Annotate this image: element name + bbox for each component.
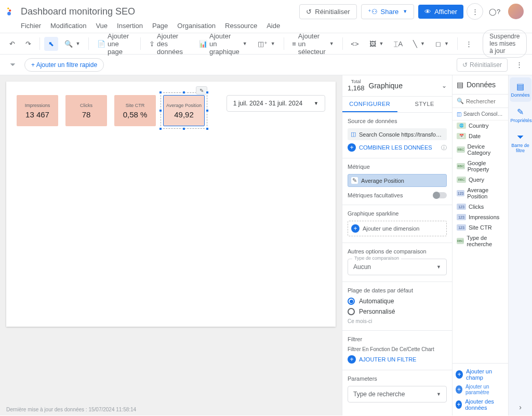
filter-more[interactable]: ⋮: [512, 58, 527, 72]
share-button[interactable]: ⁺⚇Share▼: [361, 4, 415, 19]
menu-resource[interactable]: Ressource: [225, 22, 257, 30]
menu-help[interactable]: Aide: [267, 22, 280, 30]
date-custom-radio[interactable]: Personnalisé: [348, 308, 447, 315]
date-range-control[interactable]: 1 juil. 2024 - 31 juil. 2024▼: [227, 95, 325, 112]
svg-point-0: [7, 8, 9, 9]
comparison-select[interactable]: Type de comparaison Aucun▼: [348, 259, 447, 275]
suspend-updates-button[interactable]: Suspendre les mises à jour: [483, 30, 527, 58]
svg-point-1: [9, 9, 11, 11]
menu-edit[interactable]: Modification: [50, 22, 86, 30]
optional-metrics-toggle[interactable]: [433, 192, 447, 198]
field-type-icon: RBC: [457, 163, 465, 169]
field-device-category[interactable]: RBCDevice Category: [453, 141, 508, 158]
menu-page[interactable]: Page: [152, 22, 168, 30]
field-google-property[interactable]: RBCGoogle Property: [453, 158, 508, 175]
rail-filterbar[interactable]: ⏷Barre de filtre: [510, 128, 531, 157]
field-search[interactable]: 🔍: [453, 95, 508, 108]
datasource-title: Source de données: [348, 118, 447, 124]
select-tool[interactable]: ⬉: [44, 37, 58, 51]
add-quick-filter[interactable]: + Ajouter un filtre rapide: [24, 58, 104, 72]
field-type-de-recherche[interactable]: RBCType de recherche: [453, 233, 508, 249]
parameter-select[interactable]: Type de recherche▼: [348, 386, 447, 402]
field-average-position[interactable]: 123Average Position: [453, 185, 508, 202]
scorecard-type-icon[interactable]: Total 1,168: [348, 79, 365, 92]
help-icon[interactable]: ◯?: [486, 3, 503, 20]
doc-title[interactable]: Dashboard monitoring SEO: [21, 6, 295, 17]
account-avatar[interactable]: [508, 4, 524, 19]
view-button[interactable]: 👁Afficher: [418, 5, 463, 19]
add-data-link[interactable]: +Ajouter des données: [456, 397, 505, 412]
add-field-link[interactable]: +Ajouter un champ: [456, 367, 505, 382]
properties-panel: Total 1,168 Graphique ⌄ CONFIGURER STYLE…: [342, 75, 452, 415]
scorecard-impressions[interactable]: Impressions 13 467: [17, 95, 58, 126]
field-impressions[interactable]: 123Impressions: [453, 212, 508, 222]
more-options-button[interactable]: ⋮: [467, 3, 483, 20]
field-site-ctr[interactable]: 123Site CTR: [453, 222, 508, 233]
undo-button[interactable]: ↶: [5, 37, 19, 51]
last-refresh-label: Dernière mise à jour des données : 15/07…: [6, 407, 136, 412]
zoom-tool[interactable]: 🔍▼: [60, 37, 85, 51]
scorecard-ctr[interactable]: Site CTR 0,58 %: [114, 95, 156, 126]
data-panel: ▤Données 🔍 ◫Search Console https:... 🌐Co…: [452, 75, 508, 415]
metric-chip[interactable]: ✎ Average Position: [348, 174, 447, 187]
optional-metrics-label: Métriques facultatives: [348, 192, 403, 198]
community-viz-button[interactable]: ◫⁺▼: [254, 37, 280, 51]
rail-expand[interactable]: ›: [519, 403, 522, 411]
rail-data[interactable]: ▤Données: [510, 77, 531, 102]
tab-style[interactable]: STYLE: [397, 97, 453, 112]
data-icon: ▤: [457, 80, 463, 89]
looker-logo: [4, 5, 17, 18]
field-type-icon: 123: [457, 190, 464, 196]
menu-insert[interactable]: Insertion: [117, 22, 143, 30]
redo-button[interactable]: ↷: [21, 37, 35, 51]
right-rail: ▤Données ✎Propriétés ⏷Barre de filtre ›: [508, 75, 532, 415]
menu-arrange[interactable]: Organisation: [177, 22, 216, 30]
reset-filters-button[interactable]: ↺Réinitialiser: [457, 58, 508, 72]
field-type-icon: 123: [457, 204, 466, 210]
field-type-icon: RBC: [457, 146, 465, 153]
menu-view[interactable]: Vue: [96, 22, 108, 30]
add-data-button[interactable]: ⇪ Ajouter des données: [145, 29, 193, 59]
add-param-link[interactable]: +Ajouter un paramètre: [456, 382, 505, 397]
sparkline-title: Graphique sparkline: [348, 210, 447, 217]
rail-properties[interactable]: ✎Propriétés: [510, 103, 531, 127]
image-button[interactable]: 🖼▼: [365, 37, 388, 51]
embed-button[interactable]: <>: [347, 37, 363, 51]
scorecard-clicks[interactable]: Clicks 78: [65, 95, 107, 126]
blend-data-link[interactable]: +COMBINER LES DONNÉESⓘ: [348, 143, 447, 152]
datasource-chip[interactable]: ◫ Search Console https://transfonumeriqu…: [348, 128, 447, 140]
shape-button[interactable]: ◻▼: [431, 37, 453, 51]
scorecard-avg-position[interactable]: ✎ Average Position 49,92: [163, 95, 205, 126]
field-country[interactable]: 🌐Country: [453, 120, 508, 131]
field-type-icon: 123: [457, 224, 466, 231]
canvas-area[interactable]: Impressions 13 467 Clicks 78 Site CTR 0,…: [0, 75, 342, 415]
date-auto-radio[interactable]: Automatique: [348, 298, 447, 305]
field-type-icon: 📅: [457, 133, 466, 139]
field-type-icon: RBC: [457, 177, 466, 183]
add-dimension-drop[interactable]: +Ajouter une dimension: [348, 221, 447, 236]
field-type-icon: 🌐: [457, 123, 466, 129]
filter-subtitle: Filtrer En Fonction De Ce/Cette Chart: [348, 346, 447, 352]
field-search-input[interactable]: [466, 98, 502, 104]
line-button[interactable]: ╲▼: [409, 37, 429, 51]
filter-icon[interactable]: ⏷: [5, 58, 20, 72]
report-page[interactable]: Impressions 13 467 Clicks 78 Site CTR 0,…: [6, 82, 336, 327]
add-chart-button[interactable]: 📊 Ajouter un graphique▼: [195, 29, 251, 59]
search-icon: 🔍: [457, 98, 464, 104]
toolbar-more[interactable]: ⋮: [461, 37, 476, 51]
reset-button[interactable]: ↺Réinitialiser: [299, 4, 356, 19]
add-control-button[interactable]: ≡ Ajouter un sélecteur▼: [288, 29, 338, 59]
field-query[interactable]: RBCQuery: [453, 175, 508, 185]
add-page-button[interactable]: 📄 Ajouter une page: [93, 29, 136, 59]
filter-title: Filtrer: [348, 336, 447, 342]
date-hint: Ce mois-ci: [348, 318, 447, 324]
menu-file[interactable]: Fichier: [21, 22, 41, 30]
text-button[interactable]: ⌶A: [390, 37, 407, 51]
add-filter-link[interactable]: +AJOUTER UN FILTRE: [348, 355, 447, 364]
field-clicks[interactable]: 123Clicks: [453, 202, 508, 212]
chart-type-dropdown[interactable]: ⌄: [442, 82, 447, 89]
data-source-name[interactable]: ◫Search Console https:...: [453, 108, 508, 120]
tab-configure[interactable]: CONFIGURER: [342, 97, 397, 112]
field-type-icon: RBC: [457, 238, 464, 244]
field-date[interactable]: 📅Date: [453, 131, 508, 141]
